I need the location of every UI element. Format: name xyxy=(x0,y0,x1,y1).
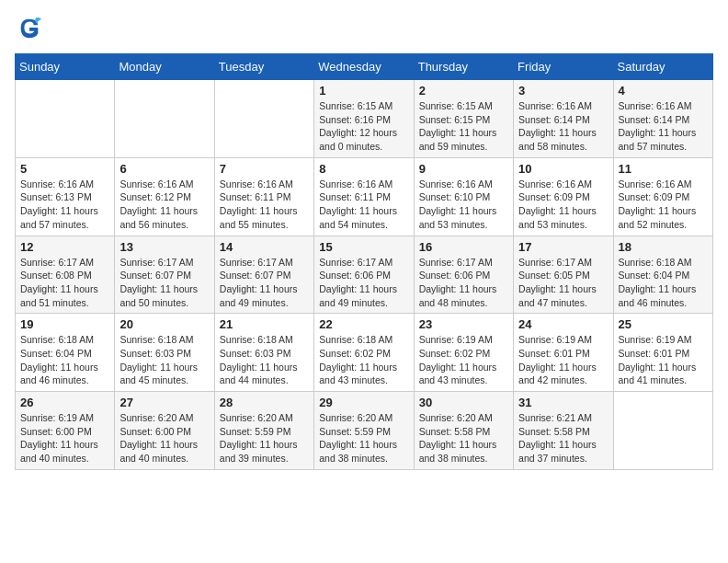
day-info: Sunrise: 6:16 AM Sunset: 6:11 PM Dayligh… xyxy=(319,178,408,232)
day-info: Sunrise: 6:16 AM Sunset: 6:09 PM Dayligh… xyxy=(619,178,708,232)
day-info: Sunrise: 6:20 AM Sunset: 5:59 PM Dayligh… xyxy=(319,411,408,465)
day-info: Sunrise: 6:16 AM Sunset: 6:14 PM Dayligh… xyxy=(518,99,608,154)
day-number: 16 xyxy=(419,240,508,254)
weekday-header: Friday xyxy=(514,54,613,80)
day-info: Sunrise: 6:17 AM Sunset: 6:06 PM Dayligh… xyxy=(419,256,508,310)
day-info: Sunrise: 6:16 AM Sunset: 6:10 PM Dayligh… xyxy=(419,178,508,232)
day-number: 12 xyxy=(20,240,109,254)
day-info: Sunrise: 6:16 AM Sunset: 6:12 PM Dayligh… xyxy=(119,178,209,232)
calendar-cell: 15Sunrise: 6:17 AM Sunset: 6:06 PM Dayli… xyxy=(314,236,414,314)
calendar-cell: 5Sunrise: 6:16 AM Sunset: 6:13 PM Daylig… xyxy=(16,157,115,236)
day-number: 11 xyxy=(619,162,708,176)
day-number: 27 xyxy=(119,396,209,409)
calendar-cell: 9Sunrise: 6:16 AM Sunset: 6:10 PM Daylig… xyxy=(414,157,513,236)
weekday-header: Saturday xyxy=(613,54,712,80)
day-info: Sunrise: 6:17 AM Sunset: 6:07 PM Dayligh… xyxy=(220,256,309,310)
calendar-cell: 4Sunrise: 6:16 AM Sunset: 6:14 PM Daylig… xyxy=(613,80,712,158)
day-number: 17 xyxy=(518,240,608,254)
calendar-week-row: 19Sunrise: 6:18 AM Sunset: 6:04 PM Dayli… xyxy=(16,314,713,392)
day-info: Sunrise: 6:18 AM Sunset: 6:04 PM Dayligh… xyxy=(20,333,109,387)
day-info: Sunrise: 6:15 AM Sunset: 6:15 PM Dayligh… xyxy=(419,99,508,154)
day-info: Sunrise: 6:20 AM Sunset: 6:00 PM Dayligh… xyxy=(119,411,209,465)
page-header xyxy=(15,15,713,44)
day-number: 30 xyxy=(419,396,508,409)
day-info: Sunrise: 6:18 AM Sunset: 6:03 PM Dayligh… xyxy=(119,333,209,387)
weekday-header: Sunday xyxy=(16,54,115,80)
day-number: 10 xyxy=(518,162,608,176)
day-info: Sunrise: 6:16 AM Sunset: 6:11 PM Dayligh… xyxy=(220,178,309,232)
calendar-header: SundayMondayTuesdayWednesdayThursdayFrid… xyxy=(16,54,713,80)
calendar-cell: 14Sunrise: 6:17 AM Sunset: 6:07 PM Dayli… xyxy=(214,236,313,314)
day-info: Sunrise: 6:20 AM Sunset: 5:58 PM Dayligh… xyxy=(419,411,508,465)
calendar-cell: 28Sunrise: 6:20 AM Sunset: 5:59 PM Dayli… xyxy=(214,392,313,470)
calendar-cell: 2Sunrise: 6:15 AM Sunset: 6:15 PM Daylig… xyxy=(414,80,513,158)
day-info: Sunrise: 6:17 AM Sunset: 6:06 PM Dayligh… xyxy=(319,256,408,310)
calendar-table: SundayMondayTuesdayWednesdayThursdayFrid… xyxy=(15,53,713,470)
calendar-cell: 10Sunrise: 6:16 AM Sunset: 6:09 PM Dayli… xyxy=(514,157,613,236)
day-info: Sunrise: 6:15 AM Sunset: 6:16 PM Dayligh… xyxy=(319,99,408,154)
day-info: Sunrise: 6:18 AM Sunset: 6:04 PM Dayligh… xyxy=(619,256,708,310)
calendar-cell xyxy=(613,392,712,470)
day-number: 4 xyxy=(619,84,708,98)
day-number: 2 xyxy=(419,84,508,98)
day-info: Sunrise: 6:17 AM Sunset: 6:05 PM Dayligh… xyxy=(518,256,608,310)
weekday-header-row: SundayMondayTuesdayWednesdayThursdayFrid… xyxy=(16,54,713,80)
weekday-header: Wednesday xyxy=(314,54,414,80)
calendar-cell: 17Sunrise: 6:17 AM Sunset: 6:05 PM Dayli… xyxy=(514,236,613,314)
calendar-cell: 31Sunrise: 6:21 AM Sunset: 5:58 PM Dayli… xyxy=(514,392,613,470)
calendar-cell xyxy=(115,80,214,158)
day-info: Sunrise: 6:19 AM Sunset: 6:01 PM Dayligh… xyxy=(619,333,708,387)
day-number: 1 xyxy=(319,84,408,98)
calendar-cell: 23Sunrise: 6:19 AM Sunset: 6:02 PM Dayli… xyxy=(414,314,513,392)
calendar-cell: 1Sunrise: 6:15 AM Sunset: 6:16 PM Daylig… xyxy=(314,80,414,158)
logo xyxy=(15,15,46,44)
day-info: Sunrise: 6:16 AM Sunset: 6:09 PM Dayligh… xyxy=(518,178,608,232)
day-number: 9 xyxy=(419,162,508,176)
day-info: Sunrise: 6:21 AM Sunset: 5:58 PM Dayligh… xyxy=(518,411,608,465)
calendar-cell: 27Sunrise: 6:20 AM Sunset: 6:00 PM Dayli… xyxy=(115,392,214,470)
calendar-cell: 8Sunrise: 6:16 AM Sunset: 6:11 PM Daylig… xyxy=(314,157,414,236)
day-number: 26 xyxy=(20,396,109,409)
day-number: 31 xyxy=(518,396,608,409)
calendar-cell: 13Sunrise: 6:17 AM Sunset: 6:07 PM Dayli… xyxy=(115,236,214,314)
calendar-week-row: 1Sunrise: 6:15 AM Sunset: 6:16 PM Daylig… xyxy=(16,80,713,158)
day-number: 13 xyxy=(119,240,209,254)
weekday-header: Thursday xyxy=(414,54,513,80)
day-number: 6 xyxy=(119,162,209,176)
day-number: 29 xyxy=(319,396,408,409)
calendar-cell: 21Sunrise: 6:18 AM Sunset: 6:03 PM Dayli… xyxy=(214,314,313,392)
calendar-cell: 25Sunrise: 6:19 AM Sunset: 6:01 PM Dayli… xyxy=(613,314,712,392)
calendar-cell: 18Sunrise: 6:18 AM Sunset: 6:04 PM Dayli… xyxy=(613,236,712,314)
day-info: Sunrise: 6:18 AM Sunset: 6:02 PM Dayligh… xyxy=(319,333,408,387)
day-number: 3 xyxy=(518,84,608,98)
weekday-header: Monday xyxy=(115,54,214,80)
day-info: Sunrise: 6:17 AM Sunset: 6:07 PM Dayligh… xyxy=(119,256,209,310)
calendar-cell: 22Sunrise: 6:18 AM Sunset: 6:02 PM Dayli… xyxy=(314,314,414,392)
calendar-cell: 3Sunrise: 6:16 AM Sunset: 6:14 PM Daylig… xyxy=(514,80,613,158)
day-number: 7 xyxy=(220,162,309,176)
day-number: 23 xyxy=(419,317,508,331)
day-number: 14 xyxy=(220,240,309,254)
day-number: 24 xyxy=(518,317,608,331)
day-number: 20 xyxy=(119,317,209,331)
calendar-body: 1Sunrise: 6:15 AM Sunset: 6:16 PM Daylig… xyxy=(16,80,713,470)
day-number: 8 xyxy=(319,162,408,176)
calendar-cell: 26Sunrise: 6:19 AM Sunset: 6:00 PM Dayli… xyxy=(16,392,115,470)
calendar-cell: 12Sunrise: 6:17 AM Sunset: 6:08 PM Dayli… xyxy=(16,236,115,314)
calendar-cell: 29Sunrise: 6:20 AM Sunset: 5:59 PM Dayli… xyxy=(314,392,414,470)
calendar-week-row: 5Sunrise: 6:16 AM Sunset: 6:13 PM Daylig… xyxy=(16,157,713,236)
day-number: 25 xyxy=(619,317,708,331)
day-number: 18 xyxy=(619,240,708,254)
calendar-cell: 16Sunrise: 6:17 AM Sunset: 6:06 PM Dayli… xyxy=(414,236,513,314)
calendar-week-row: 12Sunrise: 6:17 AM Sunset: 6:08 PM Dayli… xyxy=(16,236,713,314)
weekday-header: Tuesday xyxy=(214,54,313,80)
calendar-cell: 7Sunrise: 6:16 AM Sunset: 6:11 PM Daylig… xyxy=(214,157,313,236)
calendar-cell: 20Sunrise: 6:18 AM Sunset: 6:03 PM Dayli… xyxy=(115,314,214,392)
day-number: 28 xyxy=(220,396,309,409)
day-number: 5 xyxy=(20,162,109,176)
day-number: 19 xyxy=(20,317,109,331)
calendar-cell: 6Sunrise: 6:16 AM Sunset: 6:12 PM Daylig… xyxy=(115,157,214,236)
calendar-cell xyxy=(16,80,115,158)
calendar-cell: 30Sunrise: 6:20 AM Sunset: 5:58 PM Dayli… xyxy=(414,392,513,470)
day-number: 22 xyxy=(319,317,408,331)
